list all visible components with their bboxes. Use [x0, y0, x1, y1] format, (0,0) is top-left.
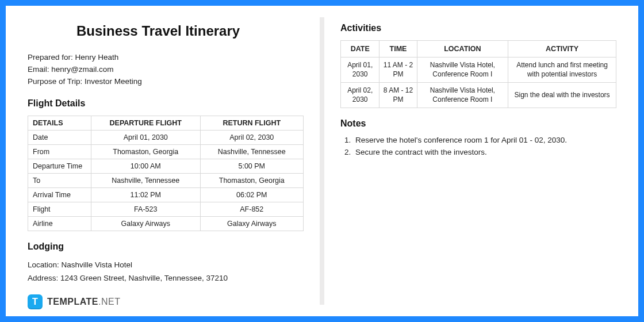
table-cell: Nashville Vista Hotel, Conference Room I: [417, 83, 508, 108]
table-cell: Thomaston, Georgia: [200, 173, 303, 187]
table-cell: Attend lunch and first meeting with pote…: [508, 57, 616, 83]
table-cell: 11 AM - 2 PM: [379, 57, 417, 83]
table-cell: Galaxy Airways: [200, 216, 303, 231]
table-cell: Flight: [28, 202, 91, 216]
flight-heading: Flight Details: [28, 98, 304, 109]
activities-header-activity: ACTIVITY: [508, 41, 616, 57]
table-cell: Nashville Vista Hotel, Conference Room I: [417, 57, 508, 83]
email-label: Email:: [28, 65, 51, 74]
table-cell: April 02, 2030: [200, 130, 303, 144]
activities-header-row: DATE TIME LOCATION ACTIVITY: [341, 41, 616, 57]
flight-header-details: DETAILS: [28, 116, 91, 130]
table-cell: 5:00 PM: [200, 159, 303, 173]
table-row: AirlineGalaxy AirwaysGalaxy Airways: [28, 216, 304, 231]
watermark-badge: T: [28, 294, 43, 309]
table-cell: To: [28, 173, 91, 187]
table-cell: FA-523: [91, 202, 201, 216]
table-cell: April 02, 2030: [341, 83, 379, 108]
page-title: Business Travel Itinerary: [76, 23, 304, 39]
table-cell: AF-852: [200, 202, 303, 216]
table-cell: 11:02 PM: [91, 187, 201, 202]
lodging-heading: Lodging: [28, 241, 304, 252]
flight-header-row: DETAILS DEPARTURE FLIGHT RETURN FLIGHT: [28, 116, 304, 130]
table-cell: Nashville, Tennessee: [200, 144, 303, 159]
watermark-bold: TEMPLATE: [47, 297, 98, 306]
activities-header-location: LOCATION: [417, 41, 508, 57]
table-row: Departure Time10:00 AM5:00 PM: [28, 159, 304, 173]
table-row: April 02, 20308 AM - 12 PMNashville Vist…: [341, 83, 616, 108]
flight-header-return: RETURN FLIGHT: [200, 116, 303, 130]
prepared-for-value: Henry Heath: [75, 53, 119, 62]
lodging-location-line: Location: Nashville Vista Hotel: [28, 259, 304, 272]
document-page: Business Travel Itinerary Prepared for: …: [6, 6, 638, 316]
table-cell: April 01, 2030: [91, 130, 201, 144]
lodging-address-value: 1243 Green Street, Nashville, Tennessee,…: [60, 274, 228, 282]
table-cell: 10:00 AM: [91, 159, 201, 173]
table-cell: Departure Time: [28, 159, 91, 173]
lodging-address-label: Address:: [28, 274, 60, 282]
table-cell: April 01, 2030: [341, 57, 379, 83]
flight-header-departure: DEPARTURE FLIGHT: [91, 116, 201, 130]
lodging-location-label: Location:: [28, 260, 62, 269]
table-cell: Date: [28, 130, 91, 144]
purpose-label: Purpose of Trip:: [28, 77, 85, 86]
table-cell: Galaxy Airways: [91, 216, 201, 231]
table-cell: Nashville, Tennessee: [91, 173, 201, 187]
right-column: Activities DATE TIME LOCATION ACTIVITY A…: [324, 6, 638, 316]
table-cell: 8 AM - 12 PM: [379, 83, 417, 108]
list-item: Reserve the hotel's conference room 1 fo…: [353, 136, 616, 144]
purpose-line: Purpose of Trip: Investor Meeting: [28, 76, 304, 88]
table-cell: Thomaston, Georgia: [91, 144, 201, 159]
activities-header-date: DATE: [341, 41, 379, 57]
purpose-value: Investor Meeting: [85, 77, 142, 86]
prepared-for-line: Prepared for: Henry Heath: [28, 52, 304, 64]
table-row: FromThomaston, GeorgiaNashville, Tenness…: [28, 144, 304, 159]
email-line: Email: henry@zmail.com: [28, 64, 304, 76]
activities-table: DATE TIME LOCATION ACTIVITY April 01, 20…: [340, 40, 616, 108]
table-row: DateApril 01, 2030April 02, 2030: [28, 130, 304, 144]
lodging-location-value: Nashville Vista Hotel: [62, 260, 133, 269]
notes-heading: Notes: [340, 118, 616, 129]
lodging-address-line: Address: 1243 Green Street, Nashville, T…: [28, 272, 304, 285]
table-row: FlightFA-523AF-852: [28, 202, 304, 216]
meta-block: Prepared for: Henry Heath Email: henry@z…: [28, 52, 304, 88]
table-cell: 06:02 PM: [200, 187, 303, 202]
table-row: April 01, 203011 AM - 2 PMNashville Vist…: [341, 57, 616, 83]
email-value: henry@zmail.com: [51, 65, 113, 74]
table-cell: From: [28, 144, 91, 159]
table-row: ToNashville, TennesseeThomaston, Georgia: [28, 173, 304, 187]
table-cell: Sign the deal with the investors: [508, 83, 616, 108]
flight-table: DETAILS DEPARTURE FLIGHT RETURN FLIGHT D…: [28, 116, 304, 231]
prepared-for-label: Prepared for:: [28, 53, 75, 62]
list-item: Secure the contract with the investors.: [353, 148, 616, 156]
left-column: Business Travel Itinerary Prepared for: …: [6, 6, 320, 316]
watermark-text: TEMPLATE.NET: [47, 297, 120, 307]
activities-heading: Activities: [340, 23, 616, 33]
activities-header-time: TIME: [379, 41, 417, 57]
watermark-light: .NET: [98, 297, 120, 306]
table-cell: Airline: [28, 216, 91, 231]
notes-list: Reserve the hotel's conference room 1 fo…: [340, 136, 616, 156]
table-row: Arrival Time11:02 PM06:02 PM: [28, 187, 304, 202]
watermark: T TEMPLATE.NET: [28, 294, 120, 309]
table-cell: Arrival Time: [28, 187, 91, 202]
column-divider: [320, 17, 324, 305]
